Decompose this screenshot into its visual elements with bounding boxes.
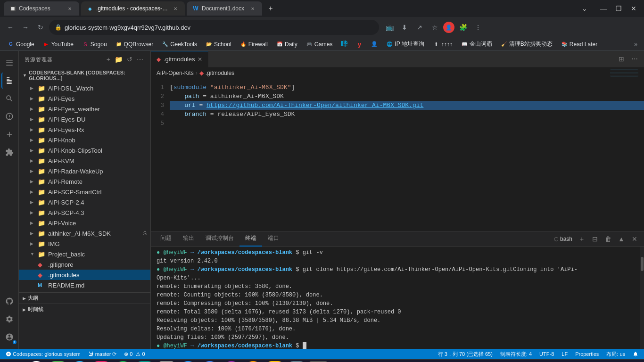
status-branch[interactable]: master ⟳ (86, 349, 119, 359)
activity-menu[interactable] (1, 55, 17, 71)
breadcrumb-file[interactable]: .gitmodules (206, 70, 234, 76)
menu-icon[interactable]: ⋮ (471, 21, 485, 34)
activity-settings[interactable] (1, 311, 17, 327)
close-button[interactable]: ✕ (627, 2, 640, 15)
tab-close-gitmodules[interactable]: ✕ (172, 5, 179, 12)
folder-aipieyesweather[interactable]: ▶ 📁 AiPi-Eyes_weather (19, 104, 150, 114)
folder-aipiradar[interactable]: ▶ 📁 AiPi-Radar-WakeUp (19, 166, 150, 176)
folder-aipieyes[interactable]: ▶ 📁 AiPi-Eyes (19, 93, 150, 104)
bookmark-geektools[interactable]: 🔧 GeekTools (158, 40, 201, 49)
folder-projectbasic[interactable]: ▼ 📁 Project_basic (19, 249, 150, 259)
bookmark-icon[interactable]: ☆ (428, 21, 441, 34)
profile-icon[interactable]: 👤 (443, 22, 454, 33)
folder-aipiscpp43[interactable]: ▶ 📁 AiPi-SCP-4.3 (19, 207, 150, 218)
bookmark-youdao[interactable]: y (352, 40, 366, 49)
bookmark-ip[interactable]: 🌐 IP 地址查询 (382, 39, 428, 49)
bookmark-sogou[interactable]: S Sogou (78, 40, 111, 49)
file-gitignore[interactable]: ▶ ◆ .gitignore (19, 259, 150, 270)
folder-aipiremote[interactable]: ▶ 📁 AiPi-Remote (19, 176, 150, 187)
refresh-button[interactable]: ↻ (34, 21, 47, 34)
activity-git[interactable] (1, 108, 17, 124)
bookmark-games[interactable]: 🎮 Games (302, 40, 337, 49)
folder-img[interactable]: ▶ 📁 IMG (19, 239, 150, 249)
status-line-ending[interactable]: LF (560, 349, 570, 359)
activity-github[interactable] (1, 293, 17, 309)
forward-button[interactable]: → (19, 21, 32, 34)
bookmark-clean[interactable]: 🧹 清理B站捞奖动态 (497, 39, 556, 49)
bookmark-avatar[interactable]: 👤 (367, 40, 381, 49)
bookmark-arrows[interactable]: ⬆ ↑↑↑↑ (429, 40, 456, 49)
new-file-icon[interactable]: + (106, 55, 112, 64)
refresh-explorer-icon[interactable]: ↺ (126, 55, 134, 64)
terminal-content[interactable]: ● @heyiWF → /workspaces/codespaces-blank… (151, 247, 640, 349)
breadcrumb-root[interactable]: AiPi-Open-Kits (157, 70, 194, 76)
bookmark-bilibili[interactable]: 哔 (337, 40, 351, 49)
activity-search[interactable] (1, 90, 17, 107)
tab-close-codespaces[interactable]: ✕ (66, 5, 74, 12)
bookmark-daily[interactable]: 📅 Daily (272, 40, 301, 49)
bookmark-google[interactable]: G Google (4, 40, 38, 49)
file-gitmodules[interactable]: ▶ ◆ .gitmodules (19, 270, 150, 280)
status-errors[interactable]: ⊗ 0 ⚠ 0 (122, 349, 147, 359)
minimize-button[interactable]: — (597, 2, 610, 15)
browser-tab-gitmodules[interactable]: ◆ .gitmodules - codespaces-blank... ✕ (81, 1, 185, 16)
folder-aipikvm[interactable]: ▶ 📁 AiPi-KVM (19, 156, 150, 166)
folder-aipiknob[interactable]: ▶ 📁 AiPi-Knob (19, 135, 150, 145)
status-remote[interactable]: Codespaces: glorious system (4, 349, 83, 359)
back-button[interactable]: ← (4, 21, 17, 34)
panel-tab-terminal[interactable]: 终端 (239, 231, 262, 247)
panel-tab-debug[interactable]: 调试控制台 (200, 231, 239, 247)
share-icon[interactable]: ↗ (413, 21, 426, 34)
outline-section[interactable]: ▶ 大纲 (19, 292, 150, 304)
restore-button[interactable]: ❐ (612, 2, 625, 15)
folder-aipiknobclips[interactable]: ▶ 📁 AiPi-Knob-ClipsTool (19, 145, 150, 156)
folder-aipieyesrx[interactable]: ▶ 📁 AiPi-Eyes-Rx (19, 124, 150, 135)
activity-account[interactable]: 1 (1, 329, 17, 345)
browser-tab-codespaces[interactable]: 🔲 Codespaces ✕ (4, 1, 79, 16)
bookmark-qqbrowser[interactable]: 📁 QQBrowser (112, 40, 157, 49)
folder-aipivoice[interactable]: ▶ 📁 AiPi-Voice (19, 218, 150, 228)
editor-tab-gitmodules[interactable]: ◆ .gitmodules ✕ (151, 51, 208, 67)
folder-aipiscpsmartctrl[interactable]: ▶ 📁 AiPi-SCP-SmartCtrl (19, 187, 150, 197)
panel-tab-output[interactable]: 输出 (177, 231, 200, 247)
folder-aithinker[interactable]: ▶ 📁 aithinker_Ai-M6X_SDK S (19, 228, 150, 239)
timeline-section[interactable]: ▶ 时间线 (19, 304, 150, 315)
bookmark-school[interactable]: 📂 School (202, 40, 235, 49)
browser-tab-word[interactable]: W Document1.docx ✕ (187, 1, 262, 16)
status-encoding[interactable]: UTF-8 (537, 349, 556, 359)
status-tab-size[interactable]: 制表符长度: 4 (498, 349, 534, 359)
activity-extensions[interactable] (1, 144, 17, 160)
bookmark-jinshan[interactable]: 📖 金山词霸 (457, 39, 496, 49)
activity-debug[interactable] (1, 126, 17, 142)
folder-aipiscpp24[interactable]: ▶ 📁 AiPi-SCP-2.4 (19, 197, 150, 207)
new-tab-button[interactable]: + (264, 2, 277, 15)
trash-terminal-icon[interactable]: 🗑 (603, 233, 614, 245)
folder-aipieyesdu[interactable]: ▶ 📁 AiPi-Eyes-DU (19, 114, 150, 124)
extensions-icon[interactable]: 🧩 (456, 21, 470, 34)
panel-tab-problems[interactable]: 问题 (155, 231, 177, 247)
collapse-all-icon[interactable]: ⋯ (136, 55, 145, 64)
bookmarks-overflow[interactable]: » (631, 40, 640, 49)
status-language[interactable]: Properties (573, 349, 601, 359)
status-layout[interactable]: 布局: us (604, 349, 627, 359)
folder-aipidsl[interactable]: ▶ 📁 AiPi-DSL_Watch (19, 83, 150, 93)
close-panel-icon[interactable]: ✕ (629, 233, 640, 245)
tab-close-word[interactable]: ✕ (249, 5, 256, 12)
panel-tab-ports[interactable]: 端口 (262, 231, 285, 247)
new-folder-icon[interactable]: 📁 (114, 55, 124, 64)
status-line-col[interactable]: 行 3，列 70 (已选择 65) (436, 349, 495, 359)
split-editor-icon[interactable]: ⊞ (616, 53, 627, 65)
add-terminal-icon[interactable]: + (576, 233, 587, 245)
bookmark-firewall[interactable]: 🔥 Firewall (236, 40, 272, 49)
cast-icon[interactable]: 📺 (383, 21, 396, 34)
status-notification-bell[interactable] (631, 349, 640, 359)
bookmark-readlater[interactable]: 📚 Read Later (557, 40, 601, 49)
activity-explorer[interactable] (1, 73, 17, 89)
root-folder[interactable]: ▼ CODESPACES-BLANK [CODESPACES: GLORIOUS… (19, 68, 150, 83)
bookmark-youtube[interactable]: ▶ YouTube (39, 40, 77, 49)
split-terminal-icon[interactable]: ⊟ (589, 233, 601, 245)
tab-overflow-button[interactable]: ⌄ (578, 3, 591, 14)
tab-close-icon[interactable]: ✕ (198, 56, 202, 63)
download-icon[interactable]: ⬇ (398, 21, 411, 34)
maximize-panel-icon[interactable]: ▲ (616, 233, 627, 245)
